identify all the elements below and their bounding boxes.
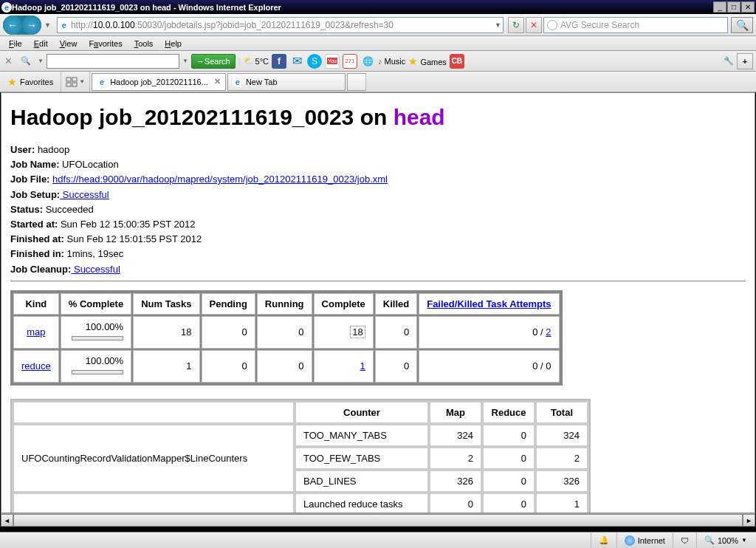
favorites-star-icon: ★	[7, 76, 17, 88]
cell-map: 324	[430, 425, 481, 446]
favorites-button[interactable]: ★ Favorites	[0, 72, 61, 92]
cell-total: 326	[536, 470, 588, 492]
add-button[interactable]: +	[737, 53, 753, 69]
meta-jobfile: Job File: hdfs://head:9000/var/hadoop/ma…	[10, 173, 746, 186]
cell-reduce: 0	[483, 493, 535, 513]
cell-running: 0	[257, 316, 312, 349]
cell-reduce: 0	[483, 448, 535, 469]
failedkilled-link[interactable]: Failed/Killed Task Attempts	[427, 298, 551, 309]
counter-table: Counter Map Reduce Total UFOCountingReco…	[10, 399, 591, 513]
cell-pending: 0	[202, 350, 255, 383]
search-go-button[interactable]: 🔍	[731, 17, 753, 33]
mail-icon[interactable]: ✉	[289, 54, 304, 69]
menu-view[interactable]: View	[54, 38, 83, 49]
toolbar-search-button[interactable]: → Search	[191, 54, 236, 69]
table-header-row: Kind % Complete Num Tasks Pending Runnin…	[13, 293, 560, 315]
map-link[interactable]: map	[27, 326, 45, 338]
search-dropdown2-icon[interactable]: ▼	[182, 58, 188, 64]
cb-icon[interactable]: CB	[450, 54, 464, 69]
youtube-icon[interactable]: You	[325, 54, 340, 69]
jobcleanup-link[interactable]: Successful	[71, 264, 120, 275]
cell-counter: BAD_LINES	[295, 470, 428, 492]
back-button[interactable]: ←	[3, 16, 22, 35]
magnifier-icon[interactable]: 🔍	[17, 53, 35, 69]
calendar-icon[interactable]: 271	[343, 54, 357, 69]
menu-tools[interactable]: Tools	[128, 38, 159, 49]
url-dropdown-icon[interactable]: ▼	[495, 21, 501, 29]
tab-close-icon[interactable]: ✕	[214, 77, 221, 86]
meta-status: Status: Succeeded	[10, 203, 746, 216]
refresh-button[interactable]: ↻	[508, 17, 524, 33]
scroll-thumb[interactable]	[13, 514, 743, 527]
cell-killed: 0	[375, 316, 417, 349]
cell-pct: 100.00%	[86, 321, 123, 332]
tab-new[interactable]: e New Tab	[227, 73, 346, 91]
games-button[interactable]: ★ Games	[408, 55, 447, 67]
music-button[interactable]: ♪ Music	[378, 57, 405, 66]
table-header-row: Counter Map Reduce Total	[13, 402, 588, 423]
minimize-button[interactable]: _	[713, 1, 726, 13]
tab-page-icon: e	[233, 77, 243, 87]
menubar: FFileile Edit View Favorites Tools Help	[0, 36, 756, 51]
cell-complete: 1	[314, 350, 374, 383]
facebook-icon[interactable]: f	[272, 54, 286, 69]
cell-counter: TOO_FEW_TABS	[295, 448, 428, 469]
skype-icon[interactable]: S	[307, 54, 322, 69]
col-group	[13, 402, 294, 423]
meta-jobname: Job Name: UFOLocation	[10, 158, 746, 171]
forward-button[interactable]: →	[22, 16, 41, 35]
status-popup-icon[interactable]: 🔔	[591, 532, 616, 548]
table-row: UFOCountingRecordValidationMapper$LineCo…	[13, 425, 588, 446]
menu-edit[interactable]: Edit	[28, 38, 54, 49]
page-content: Hadoop job_201202111619_0023 on head Use…	[1, 92, 755, 513]
cell-killed: 0	[375, 350, 417, 383]
avg-search-placeholder: AVG Secure Search	[560, 20, 639, 30]
status-message	[1, 532, 591, 548]
menu-help[interactable]: Help	[159, 38, 188, 49]
scroll-left-button[interactable]: ◄	[1, 514, 13, 527]
address-bar[interactable]: e http://10.0.0.100:50030/jobdetails.jsp…	[57, 17, 504, 33]
scroll-right-button[interactable]: ►	[743, 514, 755, 527]
close-window-button[interactable]: ✕	[741, 1, 755, 13]
addon-toolbar: ✕ 🔍 ▼ ▼ → Search | ⛅ 5°C f ✉ S You 271 🌐…	[0, 51, 756, 72]
reduce-link[interactable]: reduce	[21, 360, 51, 371]
wrench-icon[interactable]: 🔧	[724, 56, 734, 66]
col-total: Total	[536, 402, 588, 423]
menu-favorites[interactable]: Favorites	[83, 38, 128, 49]
restore-button[interactable]: □	[727, 1, 740, 13]
progress-bar	[72, 370, 123, 374]
jobsetup-link[interactable]: Successful	[60, 189, 109, 200]
complete-link[interactable]: 1	[360, 360, 365, 371]
col-counter: Counter	[295, 402, 428, 423]
col-map: Map	[430, 402, 481, 423]
task-summary-table: Kind % Complete Num Tasks Pending Runnin…	[10, 290, 563, 386]
avg-search-input[interactable]: AVG Secure Search	[543, 17, 728, 33]
status-zone[interactable]: Internet	[616, 532, 673, 548]
svg-rect-1	[72, 78, 77, 81]
url-text[interactable]: http://10.0.0.100:50030/jobdetails.jsp?j…	[71, 20, 495, 30]
col-complete: Complete	[314, 293, 374, 315]
toolbar-close-icon[interactable]: ✕	[3, 55, 14, 66]
tab-bar: ★ Favorites ▼ e Hadoop job_2012021116...…	[0, 72, 756, 92]
table-row: Launched reduce tasks 0 0 1	[13, 493, 588, 513]
browser-icon[interactable]: 🌐	[360, 54, 375, 69]
separator	[10, 281, 746, 281]
toolbar-search-input[interactable]	[47, 54, 179, 69]
quicktabs-button[interactable]: ▼	[61, 72, 90, 92]
magnifier-icon	[547, 20, 557, 30]
zoom-control[interactable]: 🔍 100% ▼	[696, 532, 755, 548]
stop-button[interactable]: ✕	[526, 17, 542, 33]
nav-dropdown-icon[interactable]: ▼	[43, 21, 52, 29]
search-dropdown-icon[interactable]: ▼	[38, 58, 44, 64]
killed-link[interactable]: 2	[546, 326, 551, 338]
weather-widget[interactable]: ⛅ 5°C	[244, 56, 269, 66]
meta-jobsetup: Job Setup: Successful	[10, 188, 746, 202]
col-failedkilled: Failed/Killed Task Attempts	[419, 293, 559, 315]
tab-hadoop-job[interactable]: e Hadoop job_2012021116... ✕	[92, 73, 226, 91]
jobfile-link[interactable]: hdfs://head:9000/var/hadoop/mapred/syste…	[52, 174, 388, 185]
new-tab-button[interactable]	[347, 73, 366, 91]
menu-file[interactable]: FFileile	[3, 38, 28, 49]
status-bar: 🔔 Internet 🛡 🔍 100% ▼	[0, 532, 756, 548]
status-protected-icon[interactable]: 🛡	[673, 532, 696, 548]
horizontal-scrollbar[interactable]: ◄ ►	[1, 513, 755, 526]
